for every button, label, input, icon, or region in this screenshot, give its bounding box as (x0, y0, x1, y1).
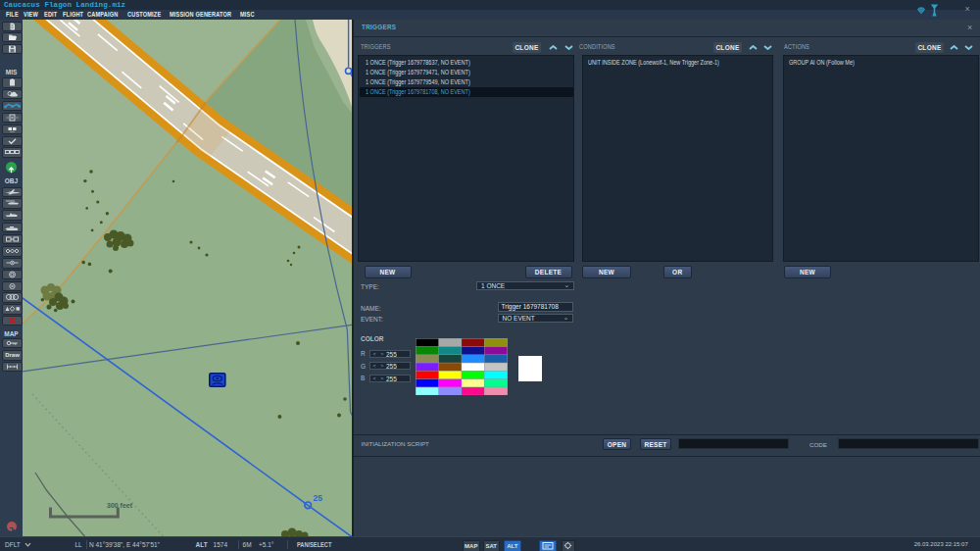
svg-text:25: 25 (314, 493, 323, 503)
svg-text:300 feet: 300 feet (107, 502, 133, 509)
